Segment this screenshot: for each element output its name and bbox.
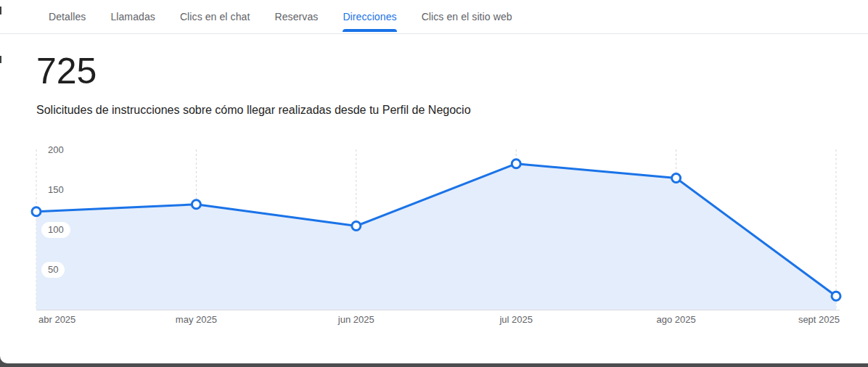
left-edge-artifact — [0, 7, 1, 15]
left-edge-artifact — [0, 56, 1, 63]
chart-point-ago-2025[interactable] — [672, 174, 681, 183]
x-axis-label: may 2025 — [176, 314, 217, 326]
y-axis-tick-pill: 150 — [41, 182, 70, 198]
chart-point-abr-2025[interactable] — [32, 207, 41, 216]
x-axis-label: ago 2025 — [656, 314, 695, 326]
chart-point-sept-2025[interactable] — [832, 292, 840, 300]
y-axis-tick-pill: 100 — [41, 222, 70, 238]
x-axis-label: abr 2025 — [38, 314, 75, 326]
chart-svg — [0, 0, 868, 367]
chart-point-may-2025[interactable] — [192, 200, 200, 209]
x-axis-label: sept 2025 — [798, 314, 840, 326]
x-axis-label: jul 2025 — [499, 314, 533, 326]
y-axis-tick-pill: 50 — [41, 262, 65, 278]
chart-area — [36, 164, 836, 310]
y-axis-tick-pill: 200 — [41, 142, 70, 158]
x-axis-label: jun 2025 — [338, 314, 374, 326]
content-card: DetallesLlamadasClics en el chatReservas… — [0, 0, 868, 363]
chart-point-jul-2025[interactable] — [512, 160, 520, 168]
screen: DetallesLlamadasClics en el chatReservas… — [0, 0, 868, 367]
chart-point-jun-2025[interactable] — [352, 222, 361, 231]
